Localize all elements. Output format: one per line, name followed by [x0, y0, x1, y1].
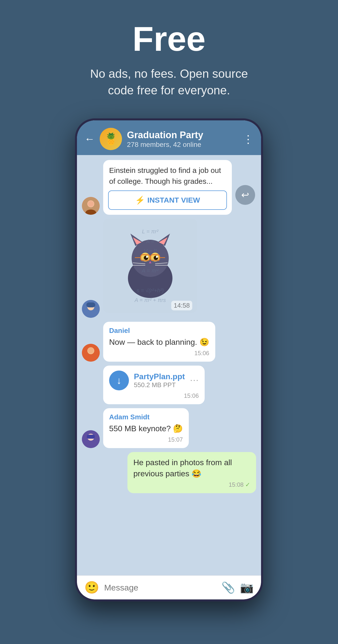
file-bubble: ↓ PartyPlan.ppt 550.2 MB PPT ⋯ 15:06: [103, 366, 205, 404]
svg-point-3: [88, 201, 94, 207]
instant-view-label: INSTANT VIEW: [147, 196, 200, 204]
file-row: ↓ PartyPlan.ppt 550.2 MB PPT ⋯: [109, 370, 199, 390]
emoji-button[interactable]: 🙂: [84, 580, 99, 594]
sticker-message-row: L = πr² A = V = l³ P = 2π A = πr² s = √(…: [82, 219, 256, 318]
sticker-time: 14:58: [171, 301, 192, 310]
download-icon: ↓: [117, 375, 121, 386]
group-info: Graduation Party 278 members, 42 online: [127, 130, 238, 149]
group-avatar-emoji: 🍍: [104, 132, 118, 146]
article-message-row: Einstein struggled to find a job out of …: [82, 160, 256, 215]
adam-bubble: Adam Smidt 550 MB keynote? 🤔 15:07: [103, 408, 189, 448]
article-text: Einstein struggled to find a job out of …: [103, 160, 232, 190]
group-meta: 278 members, 42 online: [127, 141, 238, 148]
avatar-girl: [82, 197, 100, 215]
check-mark: ✓: [245, 481, 250, 488]
svg-rect-34: [87, 435, 95, 439]
article-bubble: Einstein struggled to find a job out of …: [103, 160, 232, 215]
file-name: PartyPlan.ppt: [134, 372, 185, 381]
hero-subtitle: No ads, no fees. Open source code free f…: [82, 66, 256, 98]
group-name: Graduation Party: [127, 130, 238, 141]
daniel-text: Now — back to planning. 😉: [109, 336, 209, 348]
svg-point-31: [88, 348, 94, 354]
avatar-boy2: [82, 344, 100, 362]
own-time: 15:08 ✓: [133, 481, 250, 488]
daniel-bubble: Daniel Now — back to planning. 😉 15:06: [103, 322, 215, 362]
hero-section: Free No ads, no fees. Open source code f…: [0, 0, 338, 114]
own-message-row: He pasted in photos from all previous pa…: [82, 452, 256, 493]
sticker-background: L = πr² A = V = l³ P = 2π A = πr² s = √(…: [103, 219, 197, 313]
hero-title: Free: [10, 20, 328, 58]
daniel-message-row: Daniel Now — back to planning. 😉 15:06: [82, 322, 256, 362]
math-formulas: L = πr² A = V = l³ P = 2π A = πr² s = √(…: [135, 227, 166, 305]
instant-view-button[interactable]: ⚡ INSTANT VIEW: [108, 190, 227, 210]
camera-button[interactable]: 📷: [240, 581, 254, 594]
share-icon: ↩: [241, 190, 249, 200]
file-menu-button[interactable]: ⋯: [190, 375, 199, 386]
phone-outer: ← 🍍 Graduation Party 278 members, 42 onl…: [75, 118, 263, 602]
sticker-bubble: L = πr² A = V = l³ P = 2π A = πr² s = √(…: [103, 219, 202, 318]
phone-wrapper: ← 🍍 Graduation Party 278 members, 42 onl…: [75, 118, 263, 644]
adam-time: 15:07: [109, 436, 183, 443]
daniel-sender: Daniel: [109, 327, 209, 335]
avatar-boy1: [82, 300, 100, 318]
adam-message-row: Adam Smidt 550 MB keynote? 🤔 15:07: [82, 408, 256, 448]
svg-rect-6: [86, 302, 95, 308]
header-menu-button[interactable]: ⋮: [243, 133, 254, 146]
file-size: 550.2 MB PPT: [134, 381, 185, 389]
attach-button[interactable]: 📎: [221, 581, 235, 594]
input-bar: 🙂 📎 📷: [77, 576, 261, 600]
back-button[interactable]: ←: [84, 134, 95, 144]
chat-body: Einstein struggled to find a job out of …: [77, 155, 261, 576]
message-input[interactable]: [104, 583, 217, 592]
share-button[interactable]: ↩: [235, 185, 255, 205]
chat-header: ← 🍍 Graduation Party 278 members, 42 onl…: [77, 120, 261, 155]
avatar-boy3: [82, 430, 100, 448]
file-time: 15:06: [109, 392, 199, 399]
adam-sender: Adam Smidt: [109, 413, 183, 421]
lightning-icon: ⚡: [135, 196, 145, 205]
phone-screen: ← 🍍 Graduation Party 278 members, 42 onl…: [77, 120, 261, 600]
own-text: He pasted in photos from all previous pa…: [133, 457, 250, 479]
download-button[interactable]: ↓: [109, 370, 129, 390]
file-info: PartyPlan.ppt 550.2 MB PPT: [134, 372, 185, 389]
own-bubble: He pasted in photos from all previous pa…: [127, 452, 256, 493]
file-message-row: ↓ PartyPlan.ppt 550.2 MB PPT ⋯ 15:06: [82, 366, 256, 404]
adam-text: 550 MB keynote? 🤔: [109, 423, 183, 434]
daniel-time: 15:06: [109, 350, 209, 357]
math-background: L = πr² A = V = l³ P = 2π A = πr² s = √(…: [103, 219, 197, 313]
group-avatar: 🍍: [100, 128, 122, 150]
